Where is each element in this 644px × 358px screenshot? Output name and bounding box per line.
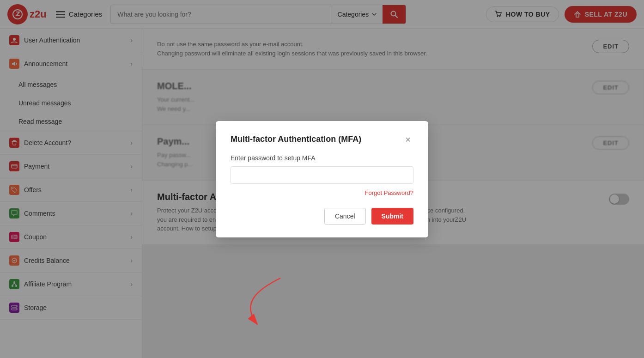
modal-password-input[interactable] [231, 166, 413, 184]
cancel-button[interactable]: Cancel [324, 208, 366, 225]
modal-header: Multi-factor Authentication (MFA) × [231, 134, 413, 145]
modal-close-button[interactable]: × [402, 134, 413, 145]
forgot-password-link[interactable]: Forgot Password? [365, 189, 414, 196]
modal-title: Multi-factor Authentication (MFA) [231, 134, 361, 144]
submit-button[interactable]: Submit [371, 208, 413, 225]
arrow-annotation [253, 273, 308, 334]
modal-password-label: Enter password to setup MFA [231, 154, 413, 162]
mfa-modal: Multi-factor Authentication (MFA) × Ente… [216, 121, 428, 237]
modal-actions: Cancel Submit [231, 208, 413, 225]
forgot-password-container: Forgot Password? [231, 188, 413, 197]
modal-overlay[interactable]: Multi-factor Authentication (MFA) × Ente… [0, 0, 644, 358]
